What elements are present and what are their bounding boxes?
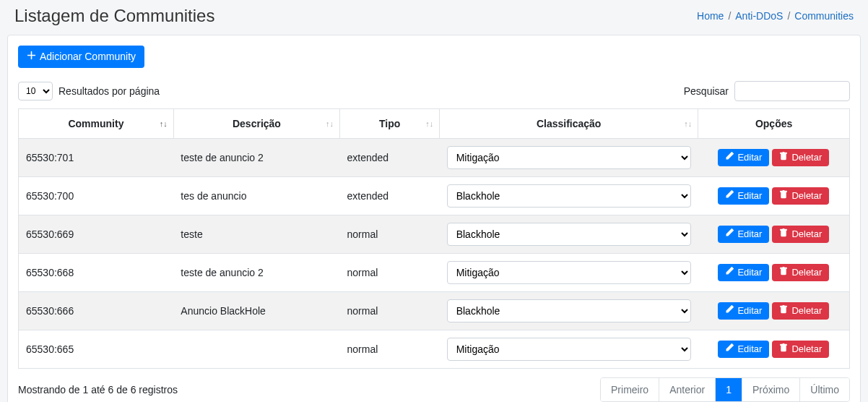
cell-opcoes: Editar Deletar [698, 253, 850, 291]
edit-label: Editar [737, 190, 762, 202]
page-title: Listagem de Communities [14, 6, 214, 26]
cell-classificacao: MitigaçãoBlackhole [440, 215, 698, 253]
table-row: 65530:668teste de anuncio 2normalMitigaç… [19, 253, 850, 291]
table-row: 65530:666Anuncio BlackHolenormalMitigaçã… [19, 291, 850, 330]
pencil-icon [725, 267, 734, 278]
edit-label: Editar [737, 152, 762, 163]
delete-button[interactable]: Deletar [772, 264, 829, 281]
table-row: 65530:665normalMitigaçãoBlackhole Editar… [19, 330, 850, 368]
breadcrumb-home[interactable]: Home [697, 10, 724, 22]
add-community-label: Adicionar Community [40, 51, 136, 63]
edit-button[interactable]: Editar [718, 187, 769, 205]
edit-button[interactable]: Editar [718, 226, 769, 243]
page-next[interactable]: Próximo [742, 378, 799, 401]
edit-label: Editar [737, 343, 762, 355]
edit-label: Editar [737, 305, 762, 317]
cell-community: 65530:668 [19, 253, 174, 291]
add-community-button[interactable]: Adicionar Community [18, 46, 144, 68]
cell-tipo: normal [340, 215, 440, 253]
edit-button[interactable]: Editar [718, 149, 769, 166]
edit-button[interactable]: Editar [718, 302, 769, 320]
pencil-icon [725, 190, 734, 202]
col-header-tipo[interactable]: Tipo ↑↓ [340, 108, 440, 138]
delete-label: Deletar [791, 190, 822, 202]
cell-community: 65530:669 [19, 215, 174, 253]
trash-icon [779, 305, 788, 317]
sort-icon: ↑↓ [160, 119, 168, 127]
sort-icon: ↑↓ [425, 119, 433, 127]
cell-descricao: teste de anuncio 2 [173, 138, 339, 176]
sort-icon: ↑↓ [684, 119, 692, 127]
pencil-icon [725, 343, 734, 355]
pencil-icon [725, 228, 734, 240]
classificacao-select[interactable]: MitigaçãoBlackhole [447, 184, 691, 208]
communities-table: Community ↑↓ Descrição ↑↓ Tipo ↑↓ Classi… [18, 108, 850, 369]
cell-tipo: extended [340, 138, 440, 176]
edit-button[interactable]: Editar [718, 341, 769, 358]
classificacao-select[interactable]: MitigaçãoBlackhole [447, 146, 691, 169]
classificacao-select[interactable]: MitigaçãoBlackhole [447, 299, 691, 322]
cell-opcoes: Editar Deletar [698, 176, 850, 215]
page-number-1[interactable]: 1 [715, 378, 742, 401]
delete-button[interactable]: Deletar [772, 187, 829, 205]
trash-icon [779, 228, 788, 240]
cell-classificacao: MitigaçãoBlackhole [440, 291, 698, 330]
delete-label: Deletar [791, 267, 822, 278]
col-header-classificacao[interactable]: Classificação ↑↓ [440, 108, 698, 138]
delete-button[interactable]: Deletar [772, 341, 829, 358]
page-first[interactable]: Primeiro [601, 378, 659, 401]
cell-classificacao: MitigaçãoBlackhole [440, 253, 698, 291]
delete-button[interactable]: Deletar [772, 149, 829, 166]
breadcrumb-sep: / [787, 10, 790, 22]
breadcrumb: Home / Anti-DDoS / Communities [697, 10, 854, 22]
pencil-icon [725, 305, 734, 317]
cell-tipo: normal [340, 253, 440, 291]
delete-button[interactable]: Deletar [772, 226, 829, 243]
pagination: Primeiro Anterior 1 Próximo Último [600, 377, 850, 402]
table-row: 65530:701teste de anuncio 2extendedMitig… [19, 138, 850, 176]
edit-label: Editar [737, 267, 762, 278]
cell-community: 65530:666 [19, 291, 174, 330]
cell-descricao: tes de anuncio [173, 176, 339, 215]
classificacao-select[interactable]: MitigaçãoBlackhole [447, 261, 691, 284]
delete-label: Deletar [791, 152, 822, 163]
sort-icon: ↑↓ [326, 119, 334, 127]
delete-button[interactable]: Deletar [772, 302, 829, 320]
edit-label: Editar [737, 228, 762, 240]
cell-descricao: teste [173, 215, 339, 253]
pencil-icon [725, 152, 734, 163]
cell-descricao [173, 330, 339, 368]
breadcrumb-antiddos[interactable]: Anti-DDoS [735, 10, 783, 22]
col-header-community[interactable]: Community ↑↓ [19, 108, 174, 138]
cell-opcoes: Editar Deletar [698, 330, 850, 368]
trash-icon [779, 190, 788, 202]
cell-opcoes: Editar Deletar [698, 138, 850, 176]
cell-classificacao: MitigaçãoBlackhole [440, 138, 698, 176]
classificacao-select[interactable]: MitigaçãoBlackhole [447, 223, 691, 246]
cell-descricao: Anuncio BlackHole [173, 291, 339, 330]
page-length-label: Resultados por página [58, 85, 160, 97]
breadcrumb-communities[interactable]: Communities [794, 10, 854, 22]
cell-community: 65530:701 [19, 138, 174, 176]
cell-community: 65530:700 [19, 176, 174, 215]
cell-tipo: extended [340, 176, 440, 215]
trash-icon [779, 152, 788, 163]
trash-icon [779, 267, 788, 278]
table-info: Mostrando de 1 até 6 de 6 registros [18, 384, 178, 395]
edit-button[interactable]: Editar [718, 264, 769, 281]
trash-icon [779, 343, 788, 355]
cell-community: 65530:665 [19, 330, 174, 368]
page-prev[interactable]: Anterior [659, 378, 715, 401]
col-header-descricao[interactable]: Descrição ↑↓ [173, 108, 339, 138]
cell-tipo: normal [340, 330, 440, 368]
plus-icon [27, 51, 36, 63]
delete-label: Deletar [791, 305, 822, 317]
search-input[interactable] [734, 81, 850, 101]
page-last[interactable]: Último [799, 378, 849, 401]
cell-opcoes: Editar Deletar [698, 215, 850, 253]
table-row: 65530:669testenormalMitigaçãoBlackhole E… [19, 215, 850, 253]
page-length-select[interactable]: 10 [18, 82, 53, 100]
col-header-opcoes: Opções [698, 108, 850, 138]
classificacao-select[interactable]: MitigaçãoBlackhole [447, 338, 691, 361]
delete-label: Deletar [791, 343, 822, 355]
